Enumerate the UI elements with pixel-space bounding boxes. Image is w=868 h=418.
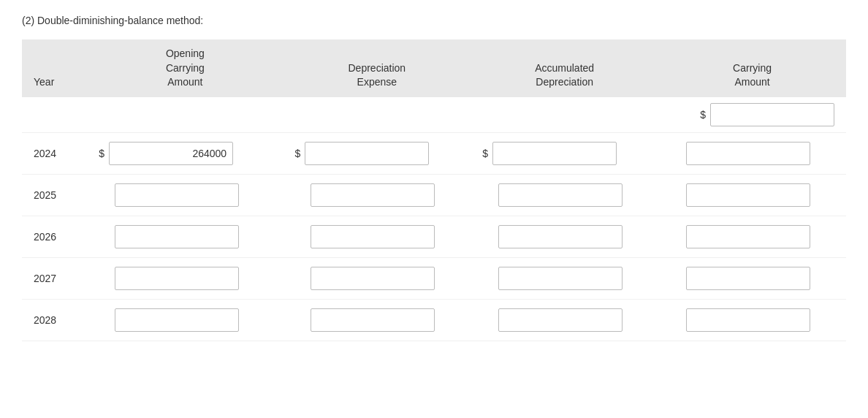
row-accumulated-cell [471, 216, 658, 257]
pre-row-dollar-sign: $ [700, 109, 706, 121]
row-year: 2025 [22, 174, 87, 216]
pre-row-depreciation [283, 97, 471, 133]
row-accumulated-cell [471, 174, 658, 216]
header-accumulated-depreciation: Accumulated Depreciation [471, 39, 658, 97]
opening-input[interactable] [115, 308, 239, 332]
table-row: 2028 [22, 299, 846, 341]
opening-input[interactable] [115, 267, 239, 290]
pre-row-year [22, 97, 87, 133]
row-opening-cell [87, 299, 283, 341]
opening-dollar-sign: $ [99, 148, 104, 159]
table-row: 2024 $ $ $ [22, 132, 846, 174]
subtitle: (2) Double-diminishing-balance method: [22, 15, 846, 26]
row-carrying-cell [658, 132, 846, 174]
row-carrying-cell [658, 257, 846, 299]
opening-input[interactable] [115, 183, 239, 207]
depreciation-input[interactable] [305, 142, 429, 165]
row-depreciation-cell: $ [283, 132, 471, 174]
accumulated-input[interactable] [498, 308, 623, 332]
pre-row-carrying: $ [658, 97, 846, 133]
depreciation-table: Year Opening Carrying Amount Depreciatio… [22, 39, 846, 341]
depreciation-dollar-sign: $ [294, 148, 300, 159]
row-depreciation-cell [283, 174, 471, 216]
table-row: 2027 [22, 257, 846, 299]
row-year: 2027 [22, 257, 87, 299]
row-carrying-cell [658, 299, 846, 341]
pre-row: $ [22, 97, 846, 133]
row-year: 2024 [22, 132, 87, 174]
row-depreciation-cell [283, 216, 471, 257]
row-accumulated-cell [471, 257, 658, 299]
row-depreciation-cell [283, 257, 471, 299]
header-carrying-amount: Carrying Amount [658, 39, 846, 97]
row-carrying-cell [658, 174, 846, 216]
row-accumulated-cell: $ [471, 132, 658, 174]
pre-row-opening [87, 97, 283, 133]
carrying-input[interactable] [686, 225, 810, 248]
carrying-input[interactable] [686, 308, 810, 332]
accumulated-dollar-sign: $ [482, 148, 488, 159]
accumulated-input[interactable] [498, 267, 623, 290]
opening-input[interactable] [109, 142, 233, 165]
row-depreciation-cell [283, 299, 471, 341]
pre-row-accumulated [471, 97, 658, 133]
opening-input[interactable] [115, 225, 239, 248]
header-depreciation-expense: Depreciation Expense [283, 39, 471, 97]
accumulated-input[interactable] [498, 183, 623, 207]
row-carrying-cell [658, 216, 846, 257]
pre-row-carrying-input[interactable] [710, 103, 834, 126]
accumulated-input[interactable] [492, 142, 617, 165]
depreciation-input[interactable] [311, 183, 435, 207]
carrying-input[interactable] [686, 267, 810, 290]
row-accumulated-cell [471, 299, 658, 341]
table-row: 2025 [22, 174, 846, 216]
accumulated-input[interactable] [498, 225, 623, 248]
row-opening-cell [87, 216, 283, 257]
row-opening-cell: $ [87, 132, 283, 174]
depreciation-input[interactable] [311, 267, 435, 290]
carrying-input[interactable] [686, 142, 810, 165]
row-opening-cell [87, 174, 283, 216]
depreciation-input[interactable] [311, 225, 435, 248]
table-row: 2026 [22, 216, 846, 257]
carrying-input[interactable] [686, 183, 810, 207]
row-year: 2026 [22, 216, 87, 257]
header-year: Year [22, 39, 87, 97]
row-opening-cell [87, 257, 283, 299]
depreciation-input[interactable] [311, 308, 435, 332]
row-year: 2028 [22, 299, 87, 341]
header-opening-carrying-amount: Opening Carrying Amount [87, 39, 283, 97]
